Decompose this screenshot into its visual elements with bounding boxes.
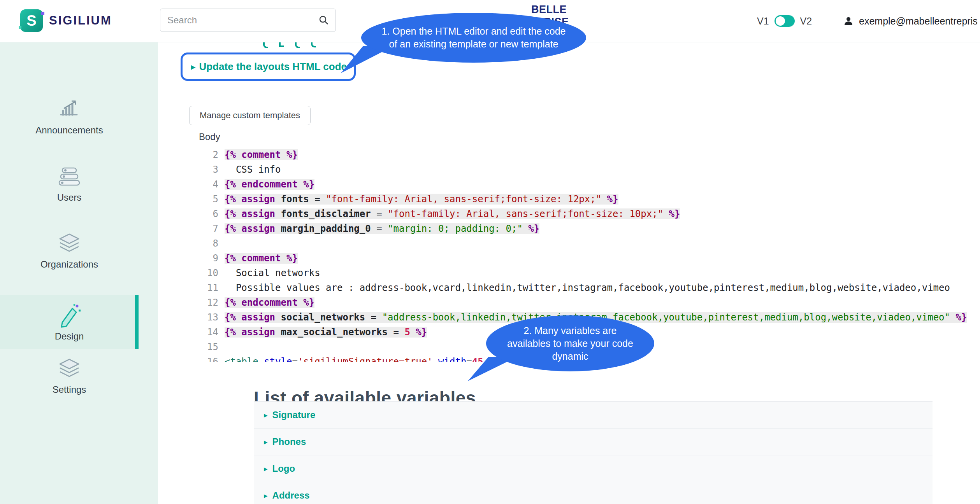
clipped-text-fragment [263,42,316,47]
code-line-7[interactable]: 7{% assign margin_padding_0 = "margin: 0… [199,221,980,236]
variable-group-signature[interactable]: Signature [254,402,933,429]
user-icon [843,15,854,27]
caret-icon [264,464,268,473]
speech-bubble-1-text: 1. Open the HTML editor and edit the cod… [378,25,569,51]
code-line-10[interactable]: 10 Social networks [199,266,980,280]
line-number: 8 [199,236,225,251]
sidebar-item-label: Announcements [35,125,103,136]
speech-bubble-2-text: 2. Many variables are availables to make… [503,324,637,363]
section-divider [173,81,980,81]
line-number: 9 [199,251,225,266]
body-field-label: Body [199,131,220,142]
code-text: CSS info [225,162,980,177]
update-link-label: Update the layouts HTML code [199,61,347,73]
search-input[interactable] [160,9,336,32]
settings-icon [57,356,82,381]
code-text: Social networks [225,266,980,280]
variable-group-address[interactable]: Address [254,482,933,504]
manage-custom-templates-button[interactable]: Manage custom templates [189,106,311,125]
line-number: 4 [199,177,225,192]
users-icon [57,164,82,189]
variable-group-label: Phones [272,436,306,447]
variable-group-phones[interactable]: Phones [254,429,933,455]
code-line-8[interactable]: 8 [199,236,980,251]
line-number: 6 [199,206,225,221]
sigilium-logo-icon: S [20,9,43,32]
code-text: {% endcomment %} [225,295,980,310]
variables-accordion: SignaturePhonesLogoAddress [254,401,933,504]
code-text: {% assign margin_padding_0 = "margin: 0;… [225,221,980,236]
update-layouts-html-link[interactable]: Update the layouts HTML code [191,61,347,73]
variable-group-logo[interactable]: Logo [254,455,933,482]
code-line-3[interactable]: 3 CSS info [199,162,980,177]
account-menu[interactable]: exemple@mabelleentrepris [843,0,978,42]
sidebar-item-users[interactable]: Users [0,156,139,210]
line-number: 15 [199,340,225,354]
line-number: 3 [199,162,225,177]
code-text: {% comment %} [225,251,980,266]
client-logo-line1: BELLE [500,3,567,16]
variable-group-label: Address [272,490,310,501]
code-text: {% comment %} [225,147,980,162]
brand-name: SIGILIUM [49,14,112,28]
speech-bubble-1: 1. Open the HTML editor and edit the cod… [361,13,586,63]
code-line-12[interactable]: 12{% endcomment %} [199,295,980,310]
version-toggle[interactable] [775,15,795,27]
line-number: 2 [199,147,225,162]
code-text [225,236,980,251]
sidebar-item-announcements[interactable]: Announcements [0,89,139,143]
code-text: {% endcomment %} [225,177,980,192]
sidebar-item-label: Settings [53,384,86,395]
variable-group-label: Logo [272,463,295,474]
announcements-icon [57,97,82,122]
caret-icon [264,411,268,420]
toggle-knob [776,16,785,26]
sigilium-logo[interactable]: S SIGILIUM [20,9,112,32]
sidebar-item-design[interactable]: Design [0,295,139,349]
code-line-2[interactable]: 2{% comment %} [199,147,980,162]
search-box [160,9,336,32]
organizations-icon [57,231,82,256]
code-text: {% assign fonts_disclaimer = "font-famil… [225,206,980,221]
version-v1-label: V1 [757,16,769,27]
design-icon [57,303,82,328]
app-window: S SIGILIUM BELLE ENTREPRISE V1 V2 exempl… [0,0,980,504]
sidebar-item-label: Design [55,331,84,342]
line-number: 12 [199,295,225,310]
code-line-5[interactable]: 5{% assign fonts = "font-family: Arial, … [199,192,980,206]
variable-group-label: Signature [272,410,316,420]
code-line-9[interactable]: 9{% comment %} [199,251,980,266]
account-email: exemple@mabelleentrepris [859,16,978,27]
caret-icon [264,438,268,446]
sidebar: AnnouncementsUsersOrganizationsDesignSet… [0,42,158,504]
line-number: 16 [199,354,225,362]
version-v2-label: V2 [800,16,812,27]
search-icon[interactable] [318,14,330,26]
line-number: 5 [199,192,225,206]
line-number: 7 [199,221,225,236]
caret-icon [264,491,268,500]
code-text: {% assign fonts = "font-family: Arial, s… [225,192,980,206]
code-line-6[interactable]: 6{% assign fonts_disclaimer = "font-fami… [199,206,980,221]
line-number: 14 [199,325,225,340]
sidebar-item-organizations[interactable]: Organizations [0,223,139,277]
annotation-ring: Update the layouts HTML code [181,52,356,81]
version-switcher: V1 V2 [757,0,812,42]
speech-bubble-2: 2. Many variables are availables to make… [486,315,654,371]
sidebar-item-settings[interactable]: Settings [0,348,139,402]
sidebar-item-label: Organizations [40,259,98,270]
sidebar-item-label: Users [57,192,82,203]
code-line-4[interactable]: 4{% endcomment %} [199,177,980,192]
caret-icon [191,62,195,72]
line-number: 13 [199,310,225,325]
code-line-11[interactable]: 11 Possible values are : address-book,vc… [199,280,980,295]
line-number: 10 [199,266,225,280]
code-text: Possible values are : address-book,vcard… [225,280,980,295]
line-number: 11 [199,280,225,295]
